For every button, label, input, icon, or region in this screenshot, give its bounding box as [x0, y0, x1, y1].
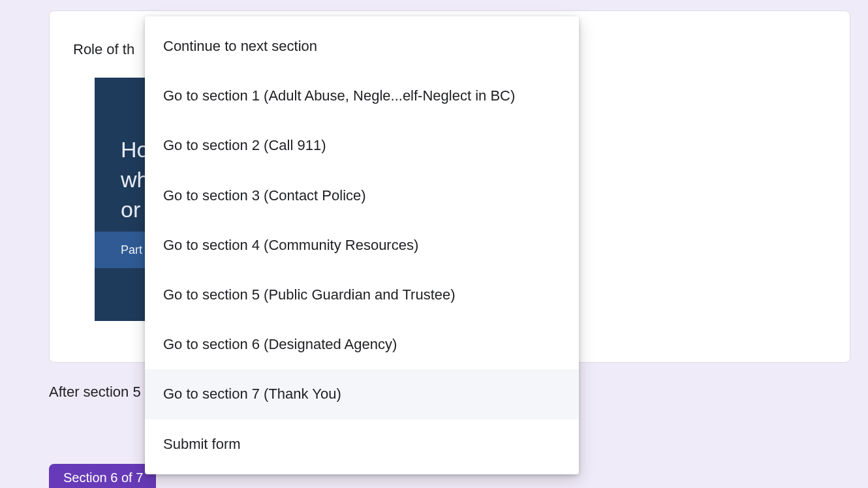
routing-option[interactable]: Go to section 3 (Contact Police) [145, 171, 579, 221]
section-indicator-chip[interactable]: Section 6 of 7 [49, 464, 156, 488]
after-section-label: After section 5 [49, 384, 141, 401]
routing-option[interactable]: Go to section 5 (Public Guardian and Tru… [145, 270, 579, 320]
routing-option[interactable]: Submit form [145, 419, 579, 469]
routing-option[interactable]: Continue to next section [145, 22, 579, 71]
section-routing-dropdown[interactable]: Continue to next sectionGo to section 1 … [145, 16, 579, 474]
routing-option[interactable]: Go to section 6 (Designated Agency) [145, 320, 579, 369]
routing-option[interactable]: Go to section 4 (Community Resources) [145, 221, 579, 270]
video-heading-line: or [121, 197, 140, 222]
video-subtitle-text: Part [121, 243, 142, 257]
routing-option[interactable]: Go to section 1 (Adult Abuse, Negle...el… [145, 71, 579, 121]
routing-option[interactable]: Go to section 7 (Thank You) [145, 369, 579, 419]
routing-option[interactable]: Go to section 2 (Call 911) [145, 121, 579, 170]
